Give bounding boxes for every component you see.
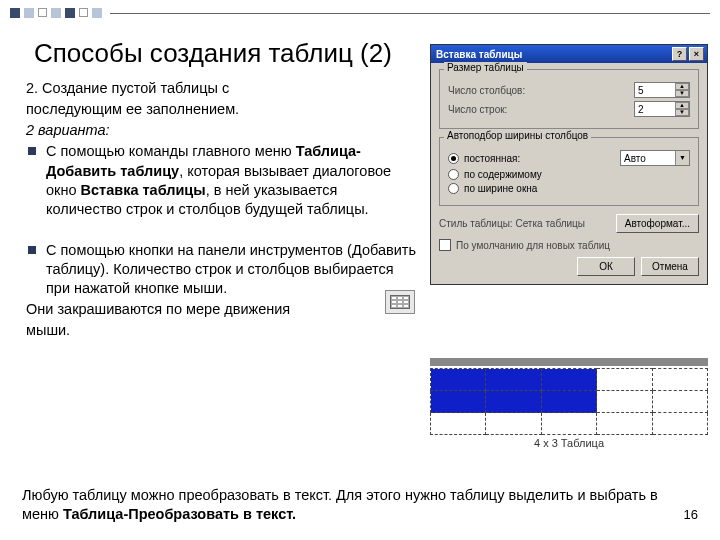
remember-label: По умолчанию для новых таблиц (456, 240, 610, 251)
group-size-label: Размер таблицы (444, 62, 527, 73)
group-autofit: Автоподбор ширины столбцов постоянная: А… (439, 137, 699, 206)
insert-table-dialog: Вставка таблицы ? × Размер таблицы Число… (430, 44, 708, 285)
close-button[interactable]: × (689, 47, 704, 61)
radio-window-label: по ширине окна (464, 183, 537, 194)
radio-fixed-label: постоянная: (464, 153, 620, 164)
body-block-1: 2. Создание пустой таблицы с последующим… (26, 79, 416, 221)
page-number: 16 (684, 507, 698, 522)
dialog-title: Вставка таблицы (436, 49, 670, 60)
radio-window[interactable] (448, 183, 459, 194)
bullet-icon (28, 246, 36, 254)
body-block-2: С помощью кнопки на панели инструментов … (26, 241, 416, 341)
help-button[interactable]: ? (672, 47, 687, 61)
footer-text: Любую таблицу можно преобразовать в текс… (22, 486, 692, 524)
ok-button[interactable]: ОК (577, 257, 635, 276)
cols-spinner[interactable]: 5▲▼ (634, 82, 690, 98)
radio-fixed[interactable] (448, 153, 459, 164)
group-autofit-label: Автоподбор ширины столбцов (444, 130, 591, 141)
cols-label: Число столбцов: (448, 85, 634, 96)
radio-content[interactable] (448, 169, 459, 180)
group-size: Размер таблицы Число столбцов: 5▲▼ Число… (439, 69, 699, 129)
table-size-picker[interactable]: 4 x 3 Таблица (430, 358, 708, 449)
dialog-titlebar: Вставка таблицы ? × (431, 45, 707, 63)
remember-checkbox[interactable] (439, 239, 451, 251)
cancel-button[interactable]: Отмена (641, 257, 699, 276)
autoformat-button[interactable]: Автоформат... (616, 214, 699, 233)
picker-size-label: 4 x 3 Таблица (430, 437, 708, 449)
rows-spinner[interactable]: 2▲▼ (634, 101, 690, 117)
insert-table-toolbar-icon[interactable] (385, 290, 415, 314)
decorative-line (110, 13, 710, 14)
radio-content-label: по содержимому (464, 169, 542, 180)
style-label: Стиль таблицы: Сетка таблицы (439, 218, 612, 229)
rows-label: Число строк: (448, 104, 634, 115)
decorative-squares (10, 8, 102, 18)
bullet-icon (28, 147, 36, 155)
width-combo[interactable]: Авто▼ (620, 150, 690, 166)
